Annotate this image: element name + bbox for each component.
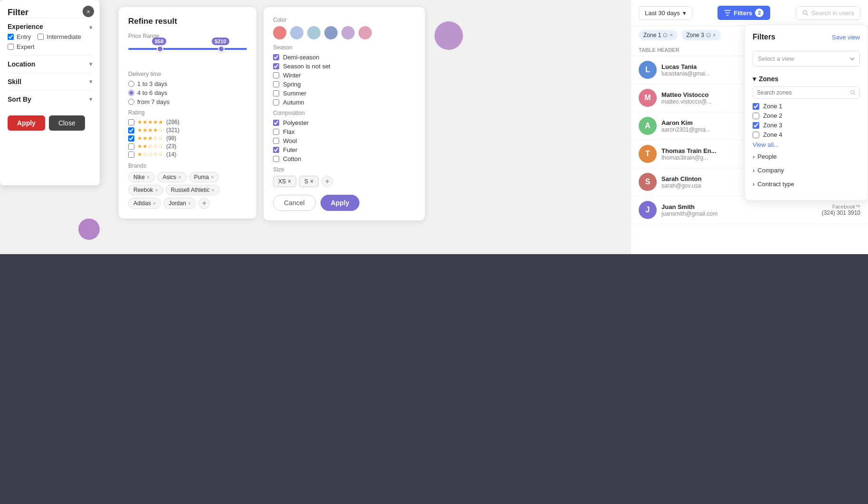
flax-checkbox[interactable] [273,129,279,135]
size-s-remove[interactable]: × [310,178,313,185]
filter-close-button[interactable]: × [83,6,94,17]
brand-adidas-remove[interactable]: × [153,200,156,206]
notset-checkbox[interactable] [273,63,279,69]
filter-section-location: Location ▾ [8,55,92,73]
contract-section: › Contract type [753,179,860,190]
zone3-info-icon: i [706,33,711,38]
zone3-checkbox[interactable] [753,122,759,129]
entry-checkbox[interactable] [8,34,14,40]
avatar-3: T [639,145,657,163]
crm-panel: Last 30 days ▾ Filters 2 Search in users [631,0,868,254]
brands-row3: Adidas × Jordan × + [128,198,247,209]
delivery-radio-1[interactable] [128,81,134,87]
brand-asics-remove[interactable]: × [178,174,181,180]
delivery-radio-2[interactable] [128,90,134,96]
experience-header[interactable]: Experience ▴ [8,23,92,30]
delivery-radio-3[interactable] [128,99,134,105]
brand-add-button[interactable]: + [198,198,210,209]
user-phone-5: (324) 301 3910 [822,209,860,216]
wool-checkbox[interactable] [273,138,279,144]
season-label: Season [273,44,415,51]
view-all-zones[interactable]: View all... [753,141,860,148]
season-summer: Summer [273,90,415,97]
people-header[interactable]: › People [753,151,860,162]
brand-russell-remove[interactable]: × [211,187,214,193]
futer-checkbox[interactable] [273,147,279,153]
size-add-button[interactable]: + [321,176,333,187]
rating-3-checkbox[interactable] [128,135,134,142]
price-thumb-right[interactable] [218,46,225,52]
brand-jordan-remove[interactable]: × [188,200,191,206]
zone1-checkbox[interactable] [753,103,759,110]
filter-apply-button[interactable]: Apply [8,115,45,131]
summer-checkbox[interactable] [273,90,279,96]
autumn-checkbox[interactable] [273,99,279,105]
user-source-phone-5: Facebook™ (324) 301 3910 [822,204,860,216]
zone1-item: Zone 1 [753,103,860,110]
color-swatch-3[interactable] [324,26,338,39]
intermediate-checkbox[interactable] [38,34,44,40]
color-swatch-2[interactable] [307,26,321,39]
search-icon [802,10,809,16]
brand-jordan: Jordan × [163,198,196,209]
cotton-checkbox[interactable] [273,156,279,162]
save-view-button[interactable]: Save view [832,34,860,41]
period-selector[interactable]: Last 30 days ▾ [639,6,692,20]
expert-checkbox[interactable] [8,44,14,50]
rating-4-checkbox[interactable] [128,127,134,133]
price-thumb-left[interactable] [157,46,163,52]
svg-text:i: i [665,34,666,37]
size-label: Size [273,166,415,173]
rating-4: ★★★★☆ (321) [128,127,247,133]
user-email-5: juansmith@gmail.com [661,210,822,217]
filter-section-sortby: Sort By ▾ [8,90,92,108]
brand-nike-remove[interactable]: × [147,174,150,180]
price-range-fill [128,48,247,50]
color-swatch-5[interactable] [359,26,372,39]
location-chevron: ▾ [89,61,92,67]
color-swatch-4[interactable] [341,26,355,39]
zone1-remove[interactable]: × [670,32,673,38]
price-range-container: $58 $210 [128,48,247,67]
zone2-item: Zone 2 [753,112,860,119]
zones-search-icon [850,90,856,95]
zone1-tag: Zone 1 i × [639,30,678,40]
rating-1: ★☆☆☆☆ (14) [128,151,247,158]
zones-section-header[interactable]: ▾ Zones [753,75,860,83]
rating-1-checkbox[interactable] [128,152,134,158]
filters-dropdown: Filters Save view Select a view ▾ Zones … [745,25,868,200]
polyester-checkbox[interactable] [273,120,279,126]
filter-close-btn2[interactable]: Close [49,115,85,131]
brand-nike: Nike × [128,172,155,182]
rating-5-checkbox[interactable] [128,119,134,125]
rating-3: ★★★☆☆ (98) [128,135,247,142]
company-header[interactable]: › Company [753,165,860,176]
contract-header[interactable]: › Contract type [753,179,860,190]
company-section: › Company [753,165,860,176]
user-source-5: Facebook™ [832,204,860,209]
sortby-header[interactable]: Sort By ▾ [8,95,92,103]
brands-row2: Reebok × Russell Athletic × [128,185,247,195]
color-swatch-1[interactable] [290,26,303,39]
color-swatch-0[interactable] [273,26,286,39]
zone2-checkbox[interactable] [753,113,759,119]
season-cancel-button[interactable]: Cancel [273,195,316,211]
demi-checkbox[interactable] [273,54,279,60]
zones-search-input[interactable] [757,89,850,96]
zone3-remove[interactable]: × [713,32,716,38]
zone4-checkbox[interactable] [753,132,759,138]
location-header[interactable]: Location ▾ [8,60,92,68]
zone3-item: Zone 3 [753,122,860,129]
winter-checkbox[interactable] [273,72,279,78]
view-select[interactable]: Select a view [753,51,860,67]
size-xs-remove[interactable]: × [288,178,291,185]
rating-2-checkbox[interactable] [128,143,134,150]
crm-filters-button[interactable]: Filters 2 [717,6,770,20]
brand-reebok-remove[interactable]: × [155,187,158,193]
spring-checkbox[interactable] [273,81,279,87]
skill-header[interactable]: Skill ▾ [8,78,92,86]
skill-chevron: ▾ [89,78,92,85]
delivery-7plus: from 7 days [128,98,247,105]
season-apply-button[interactable]: Apply [321,195,360,211]
brand-puma-remove[interactable]: × [211,174,214,180]
